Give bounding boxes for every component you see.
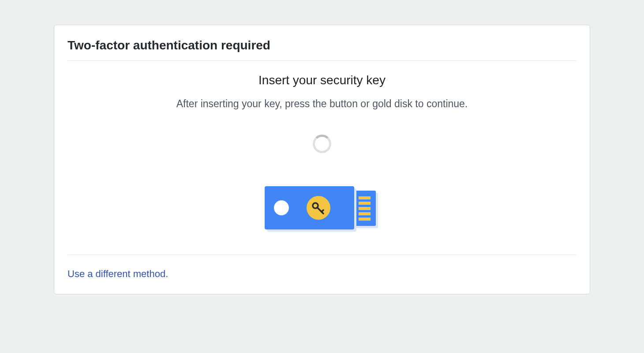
svg-point-9 [274, 200, 289, 215]
use-different-method-link[interactable]: Use a different method. [67, 268, 168, 279]
card-content: Insert your security key After inserting… [67, 61, 577, 255]
two-factor-card: Two-factor authentication required Inser… [54, 25, 590, 294]
security-key-icon [265, 184, 379, 237]
loading-indicator [67, 135, 577, 153]
instruction-text: After inserting your key, press the butt… [67, 98, 577, 110]
svg-rect-2 [359, 196, 371, 199]
svg-rect-6 [359, 218, 371, 221]
card-footer: Use a different method. [67, 255, 577, 284]
spinner-icon [313, 135, 331, 153]
security-key-illustration [67, 184, 577, 237]
insert-key-heading: Insert your security key [67, 73, 577, 87]
svg-rect-4 [359, 207, 371, 210]
svg-rect-5 [359, 212, 371, 215]
svg-rect-3 [359, 202, 371, 205]
card-title: Two-factor authentication required [67, 38, 577, 61]
